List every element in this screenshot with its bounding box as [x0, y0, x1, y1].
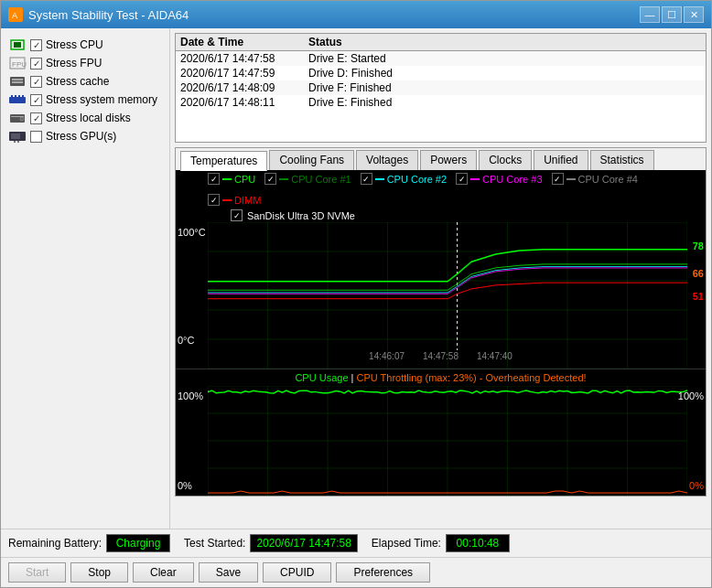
battery-label: Remaining Battery:: [8, 537, 102, 550]
maximize-button[interactable]: ☐: [662, 6, 682, 23]
cpu-checkbox[interactable]: [30, 39, 42, 51]
close-button[interactable]: ✕: [684, 6, 704, 23]
legend-label: CPU Core #1: [291, 174, 351, 185]
svg-rect-19: [14, 141, 16, 143]
battery-field: Remaining Battery: Charging: [8, 534, 170, 552]
test-started-label: Test Started:: [184, 537, 245, 550]
legend-label: DIMM: [234, 195, 261, 206]
tab-temperatures[interactable]: Temperatures: [180, 151, 267, 171]
log-table-header: Date & Time Status: [176, 34, 706, 51]
legend-item-cpucore4: ✓ CPU Core #4: [552, 173, 638, 185]
stress-item-cache: Stress cache: [5, 72, 165, 91]
legend-item-cpucore2: ✓ CPU Core #2: [361, 173, 447, 185]
cpu-label: Stress CPU: [46, 38, 103, 51]
main-window: A System Stability Test - AIDA64 — ☐ ✕ S…: [0, 0, 712, 588]
tabs-area: TemperaturesCooling FansVoltagesPowersCl…: [175, 147, 707, 497]
memory-checkbox[interactable]: [30, 94, 42, 106]
usage-graph-area: 100% 0% 100% 0%: [176, 386, 706, 496]
legend-item-cpucore1: ✓ CPU Core #1: [264, 173, 351, 185]
legend-color: [470, 178, 480, 180]
gpu-checkbox[interactable]: [30, 131, 42, 143]
legend-color: [222, 178, 232, 180]
gpu-label: Stress GPU(s): [46, 130, 116, 143]
temperature-graph: 100°C 0°C 78 66 51 14:46:0714:47:5814:47…: [176, 222, 706, 369]
preferences-button[interactable]: Preferences: [336, 562, 430, 583]
log-date: 2020/6/17 14:48:11: [180, 96, 308, 109]
log-status: Drive E: Started: [308, 52, 701, 65]
temp-axis-top: 100°C: [178, 227, 206, 238]
stress-items-list: Stress CPU FPU Stress FPU Stress cache S…: [5, 36, 165, 145]
cache-checkbox[interactable]: [30, 76, 42, 88]
bottom-bar: Remaining Battery: Charging Test Started…: [1, 529, 711, 557]
right-panel: Date & Time Status 2020/6/17 14:47:58Dri…: [170, 28, 711, 529]
table-row: 2020/6/17 14:48:09Drive F: Finished: [176, 80, 706, 95]
left-panel: Stress CPU FPU Stress FPU Stress cache S…: [1, 28, 170, 529]
log-status: Drive F: Finished: [308, 81, 701, 94]
stress-item-fpu: FPU Stress FPU: [5, 54, 165, 72]
status-header: Status: [308, 36, 701, 48]
cache-icon: [8, 74, 27, 89]
svg-text:FPU: FPU: [12, 60, 27, 69]
gpu-icon: [8, 129, 27, 144]
svg-rect-13: [22, 95, 24, 98]
table-row: 2020/6/17 14:47:58Drive E: Started: [176, 51, 706, 66]
tab-clocks[interactable]: Clocks: [479, 150, 532, 170]
sandisk-label: SanDisk Ultra 3D NVMe: [247, 210, 355, 221]
title-bar: A System Stability Test - AIDA64 — ☐ ✕: [1, 1, 711, 28]
cpu-icon: [8, 37, 27, 52]
legend-item-cpu: ✓ CPU: [208, 173, 255, 185]
test-started-value: 2020/6/17 14:47:58: [250, 534, 357, 552]
legend-label: CPU Core #4: [578, 174, 638, 185]
cpuid-button[interactable]: CPUID: [263, 562, 331, 583]
log-date: 2020/6/17 14:47:58: [180, 52, 308, 65]
svg-rect-10: [11, 95, 13, 98]
svg-rect-20: [17, 141, 19, 143]
svg-rect-3: [14, 42, 21, 48]
log-status: Drive D: Finished: [308, 67, 701, 80]
log-status: Drive E: Finished: [308, 96, 701, 109]
throttling-label: CPU Throttling (max: 23%) - Overheating …: [356, 372, 586, 383]
legend-label: CPU Core #3: [482, 174, 542, 185]
chart-area: ✓ CPU ✓ CPU Core #1 ✓ CPU Core #2 ✓ CPU …: [176, 170, 706, 496]
sandisk-legend: ✓ SanDisk Ultra 3D NVMe: [176, 208, 706, 222]
local-checkbox[interactable]: [30, 112, 42, 124]
chart-legend: ✓ CPU ✓ CPU Core #1 ✓ CPU Core #2 ✓ CPU …: [176, 170, 706, 208]
usage-axis-bottom: 0%: [178, 480, 192, 491]
app-icon: A: [8, 7, 23, 22]
stress-item-memory: Stress system memory: [5, 91, 165, 109]
tab-cooling[interactable]: Cooling Fans: [269, 150, 354, 170]
start-button[interactable]: Start: [8, 562, 66, 583]
legend-color: [375, 178, 384, 180]
elapsed-label: Elapsed Time:: [372, 537, 441, 550]
button-bar: Start Stop Clear Save CPUID Preferences: [1, 557, 711, 587]
usage-axis-top: 100%: [178, 390, 203, 401]
tab-powers[interactable]: Powers: [420, 150, 477, 170]
tab-statistics[interactable]: Statistics: [590, 150, 654, 170]
temp-val-78: 78: [693, 241, 704, 251]
tab-voltages[interactable]: Voltages: [356, 150, 418, 170]
memory-label: Stress system memory: [46, 93, 157, 106]
stop-button[interactable]: Stop: [70, 562, 128, 583]
log-date: 2020/6/17 14:47:59: [180, 67, 308, 80]
legend-item-cpucore3: ✓ CPU Core #3: [456, 173, 542, 185]
elapsed-field: Elapsed Time: 00:10:48: [372, 534, 510, 552]
memory-icon: [8, 92, 27, 107]
svg-rect-18: [11, 134, 20, 139]
tabs-row: TemperaturesCooling FansVoltagesPowersCl…: [176, 148, 706, 170]
time-labels: 14:46:0714:47:5814:47:40: [369, 351, 512, 361]
svg-rect-11: [15, 95, 16, 98]
minimize-button[interactable]: —: [640, 6, 660, 23]
fpu-checkbox[interactable]: [30, 58, 42, 69]
clear-button[interactable]: Clear: [133, 562, 194, 583]
usage-val-bot: 0%: [689, 480, 704, 491]
tab-unified[interactable]: Unified: [534, 150, 588, 170]
legend-label: CPU: [234, 174, 255, 185]
stress-item-gpu: Stress GPU(s): [5, 127, 165, 145]
temp-val-66: 66: [693, 268, 704, 279]
legend-label: CPU Core #2: [387, 174, 447, 185]
svg-rect-9: [9, 97, 26, 103]
save-button[interactable]: Save: [199, 562, 258, 583]
svg-point-16: [20, 117, 24, 121]
temp-val-51: 51: [693, 291, 704, 302]
svg-rect-8: [12, 81, 23, 83]
